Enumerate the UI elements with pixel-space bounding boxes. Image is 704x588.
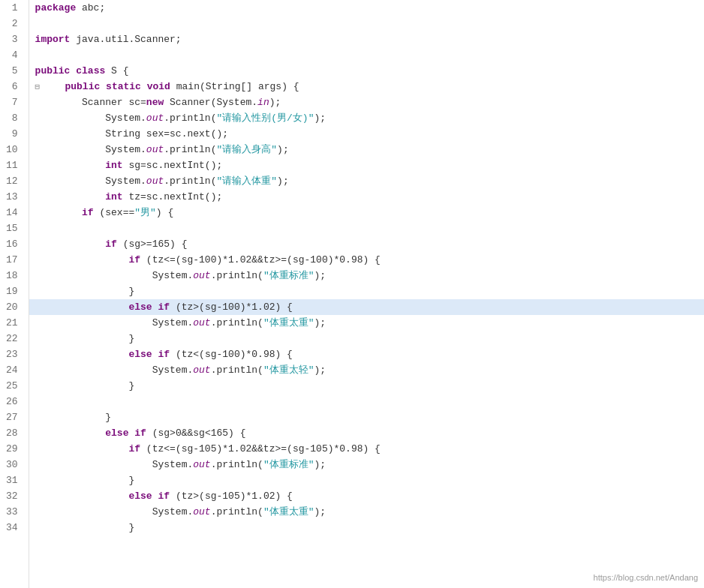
line-num-23: 23 (6, 346, 23, 362)
code-line-26 (29, 394, 704, 410)
code-line-10: System.out.println("请输入身高"); (29, 142, 704, 158)
code-line-12: System.out.println("请输入体重"); (29, 173, 704, 189)
line-num-20: 20 (6, 299, 23, 315)
line-num-5: 5 (6, 63, 23, 79)
code-line-23: else if (tz<(sg-100)*0.98) { (29, 346, 704, 362)
code-line-25: } (29, 378, 704, 394)
code-line-8: System.out.println("请输入性别(男/女)"); (29, 110, 704, 126)
line-num-29: 29 (6, 441, 23, 457)
line-num-3: 3 (6, 32, 23, 47)
code-line-33: System.out.println("体重太重"); (29, 504, 704, 520)
code-line-11: int sg=sc.nextInt(); (29, 158, 704, 173)
code-lines[interactable]: package abc; import java.util.Scanner; p… (29, 0, 704, 588)
line-num-15: 15 (6, 220, 23, 236)
code-line-21: System.out.println("体重太重"); (29, 315, 704, 331)
code-line-16: if (sg>=165) { (29, 236, 704, 252)
code-line-32: else if (tz>(sg-105)*1.02) { (29, 488, 704, 504)
line-num-4: 4 (6, 47, 23, 63)
code-line-5: public class S { (29, 63, 704, 79)
code-line-29: if (tz<=(sg-105)*1.02&&tz>=(sg-105)*0.98… (29, 441, 704, 457)
line-num-13: 13 (6, 189, 23, 205)
line-num-34: 34 (6, 520, 23, 536)
code-line-13: int tz=sc.nextInt(); (29, 189, 704, 205)
line-num-32: 32 (6, 488, 23, 504)
code-line-20: else if (tz>(sg-100)*1.02) { (29, 299, 704, 315)
code-line-19: } (29, 284, 704, 299)
line-num-30: 30 (6, 457, 23, 472)
code-line-3: import java.util.Scanner; (29, 32, 704, 47)
code-line-7: Scanner sc=new Scanner(System.in); (29, 94, 704, 110)
code-line-27: } (29, 410, 704, 425)
line-num-11: 11 (6, 158, 23, 173)
code-line-9: String sex=sc.next(); (29, 126, 704, 142)
code-line-6: ⊟ public static void main(String[] args)… (29, 79, 704, 94)
code-line-22: } (29, 331, 704, 346)
line-num-28: 28 (6, 425, 23, 441)
code-line-17: if (tz<=(sg-100)*1.02&&tz>=(sg-100)*0.98… (29, 252, 704, 268)
line-num-17: 17 (6, 252, 23, 268)
line-num-22: 22 (6, 331, 23, 346)
code-line-14: if (sex=="男") { (29, 205, 704, 220)
code-line-31: } (29, 472, 704, 488)
code-line-18: System.out.println("体重标准"); (29, 268, 704, 284)
code-line-30: System.out.println("体重标准"); (29, 457, 704, 472)
line-numbers: 1 2 3 4 5 6 7 8 9 10 11 12 13 14 15 16 1… (0, 0, 29, 588)
line-num-19: 19 (6, 284, 23, 299)
code-line-4 (29, 47, 704, 63)
line-num-18: 18 (6, 268, 23, 284)
line-num-33: 33 (6, 504, 23, 520)
line-num-21: 21 (6, 315, 23, 331)
line-num-10: 10 (6, 142, 23, 158)
code-line-2 (29, 16, 704, 32)
code-area: 1 2 3 4 5 6 7 8 9 10 11 12 13 14 15 16 1… (0, 0, 704, 588)
line-num-2: 2 (6, 16, 23, 32)
line-num-26: 26 (6, 394, 23, 410)
code-line-15 (29, 220, 704, 236)
line-num-24: 24 (6, 362, 23, 378)
code-line-1: package abc; (29, 0, 704, 16)
code-line-24: System.out.println("体重太轻"); (29, 362, 704, 378)
line-num-25: 25 (6, 378, 23, 394)
code-line-34: } (29, 520, 704, 536)
line-num-1: 1 (6, 0, 23, 16)
line-num-31: 31 (6, 472, 23, 488)
line-num-16: 16 (6, 236, 23, 252)
line-num-7: 7 (6, 94, 23, 110)
line-num-14: 14 (6, 205, 23, 220)
line-num-12: 12 (6, 173, 23, 189)
code-line-28: else if (sg>0&&sg<165) { (29, 425, 704, 441)
line-num-8: 8 (6, 110, 23, 126)
line-num-9: 9 (6, 126, 23, 142)
line-num-27: 27 (6, 410, 23, 425)
watermark: https://blog.csdn.net/Andang (594, 573, 698, 582)
code-editor: 1 2 3 4 5 6 7 8 9 10 11 12 13 14 15 16 1… (0, 0, 704, 588)
line-num-6: 6 (6, 79, 23, 94)
